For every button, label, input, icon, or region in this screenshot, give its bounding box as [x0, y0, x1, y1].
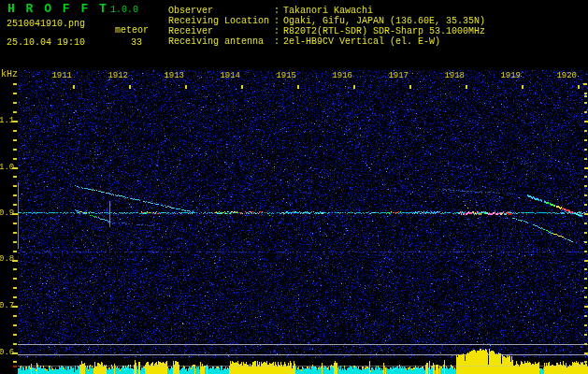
time-axis-label: 1915 — [273, 71, 296, 80]
time-axis-label: 1920 — [553, 71, 577, 80]
time-axis-label: 1917 — [385, 71, 409, 80]
info-value: 2el-HB9CV Vertical (el. E-W) — [283, 36, 440, 47]
info-value: Takanori Kawachi — [283, 6, 373, 16]
station-info-row: Receiving antenna:2el-HB9CV Vertical (el… — [168, 36, 485, 47]
freq-axis-label: 0.7 — [0, 301, 13, 310]
time-axis-label: 1911 — [49, 71, 72, 80]
station-info-row: Receiver:R820T2(RTL-SDR) SDR-Sharp 53.10… — [168, 26, 485, 36]
time-axis-label: 1918 — [441, 71, 465, 80]
time-axis-label: 1916 — [329, 71, 352, 80]
observation-mode: meteor — [115, 25, 149, 36]
timestamp: 25.10.04 19:10 — [7, 37, 85, 48]
freq-axis-label: 0.6 — [0, 348, 13, 357]
freq-axis-label: 0.8 — [0, 254, 13, 264]
info-colon: : — [274, 16, 283, 26]
freq-axis-unit: kHz — [1, 69, 18, 79]
echo-count: 33 — [131, 37, 142, 48]
info-colon: : — [274, 26, 283, 36]
info-label: Observer — [168, 6, 274, 16]
spectrogram-canvas — [0, 0, 588, 374]
info-colon: : — [274, 6, 283, 16]
info-value: R820T2(RTL-SDR) SDR-Sharp 53.1000MHz — [283, 26, 485, 36]
time-axis-label: 1913 — [161, 71, 184, 80]
app-version: 1.0.0 — [110, 5, 138, 15]
info-colon: : — [274, 36, 283, 47]
info-label: Receiving Location — [168, 16, 274, 26]
station-info-row: Receiving Location:Ogaki, Gifu, JAPAN (1… — [168, 16, 485, 26]
info-label: Receiving antenna — [168, 36, 274, 47]
time-axis-label: 1914 — [217, 71, 240, 80]
info-label: Receiver — [168, 26, 274, 36]
freq-axis-label: 1.0 — [0, 163, 13, 172]
time-axis-label: 1919 — [497, 71, 521, 80]
time-axis-label: 1912 — [105, 71, 128, 80]
freq-axis-label: 0.9 — [0, 209, 13, 218]
output-filename: 2510041910.png — [7, 19, 85, 29]
freq-axis-label: 1.1 — [0, 116, 13, 125]
station-info: Observer:Takanori KawachiReceiving Locat… — [168, 6, 485, 47]
hrofft-window: H R O F F T 1.0.0 2510041910.png meteor … — [0, 0, 588, 374]
station-info-row: Observer:Takanori Kawachi — [168, 6, 485, 16]
info-value: Ogaki, Gifu, JAPAN (136.60E, 35.35N) — [283, 16, 485, 26]
app-title: H R O F F T — [7, 2, 108, 16]
